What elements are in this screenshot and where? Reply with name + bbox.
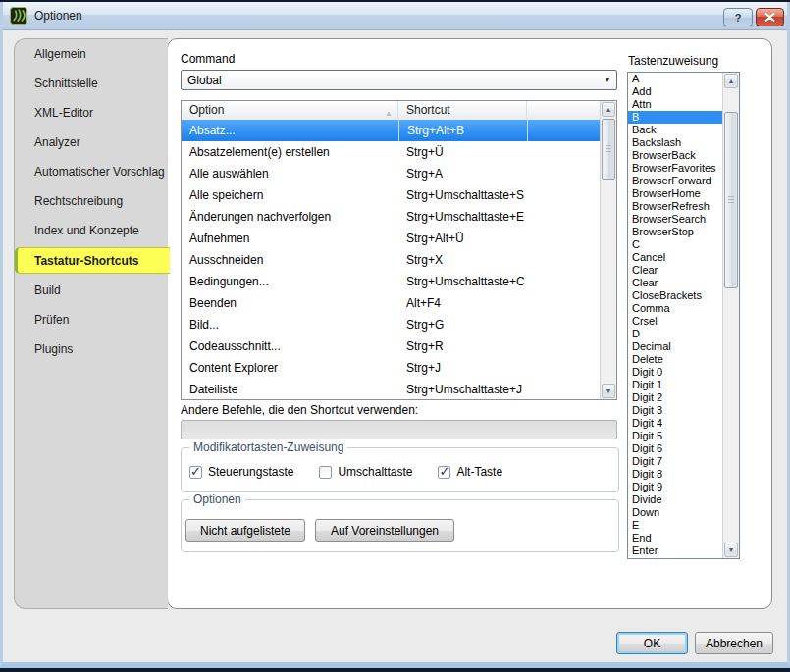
table-row[interactable]: Absatzelement(e) erstellen Strg+Ü xyxy=(182,141,600,163)
sidebar-item[interactable]: XML-Editor xyxy=(15,98,168,128)
command-combobox[interactable]: Global ▼ xyxy=(181,70,617,90)
table-row[interactable]: Aufnehmen Strg+Alt+Ü xyxy=(182,228,600,249)
close-icon xyxy=(764,13,775,22)
list-item[interactable]: Digit 9 xyxy=(628,481,722,493)
list-item[interactable]: CloseBrackets xyxy=(628,289,722,302)
list-item[interactable]: BrowserSearch xyxy=(628,213,722,226)
list-item[interactable]: Enter xyxy=(628,544,722,557)
table-scrollbar-thumb[interactable] xyxy=(602,119,615,180)
list-item[interactable]: Delete xyxy=(628,353,722,366)
list-item[interactable]: Digit 4 xyxy=(628,417,722,430)
column-header-option[interactable]: Option ▲ xyxy=(182,101,398,120)
list-item[interactable]: C xyxy=(628,238,722,251)
key-assignment-listbox: A Add Attn B xyxy=(627,72,740,559)
list-item[interactable]: Attn xyxy=(628,98,722,111)
list-item[interactable]: Comma xyxy=(628,302,722,315)
list-item[interactable]: BrowserFavorites xyxy=(628,162,722,175)
sidebar-item[interactable]: Prüfen xyxy=(15,305,168,335)
list-item[interactable]: Divide xyxy=(628,493,722,506)
sidebar-item[interactable]: Allgemein xyxy=(15,39,168,69)
table-row[interactable]: Ausschneiden Strg+X xyxy=(182,249,600,271)
list-item[interactable]: Digit 2 xyxy=(628,391,722,404)
other-commands-field[interactable] xyxy=(181,420,617,439)
checkbox-label: Steuerungstaste xyxy=(208,465,293,479)
cell-shortcut: Strg+Ü xyxy=(398,141,527,163)
close-button[interactable] xyxy=(756,8,784,26)
list-item[interactable]: Digit 1 xyxy=(628,379,722,391)
list-item[interactable]: Digit 3 xyxy=(628,404,722,417)
list-item[interactable]: Down xyxy=(628,506,722,519)
sidebar-item[interactable]: Build xyxy=(15,276,168,305)
list-item[interactable]: Crsel xyxy=(628,315,722,328)
table-row[interactable]: Absatz... Strg+Alt+B xyxy=(182,120,600,141)
sidebar-item[interactable]: Rechtschreibung xyxy=(15,186,168,216)
list-item[interactable]: E xyxy=(628,519,722,532)
list-item[interactable]: Digit 7 xyxy=(628,455,722,468)
list-item[interactable]: D xyxy=(628,328,722,340)
list-item[interactable]: BrowserForward xyxy=(628,175,722,187)
scroll-up-icon[interactable]: ▲ xyxy=(602,102,615,117)
list-item[interactable]: B xyxy=(628,111,722,124)
keylist-scrollbar[interactable]: ▲ ▼ xyxy=(722,73,739,558)
cell-shortcut: Strg+Umschalttaste+J xyxy=(398,379,527,400)
table-row[interactable]: Bild... Strg+G xyxy=(182,314,600,336)
modifier-checkbox[interactable]: Alt-Taste xyxy=(438,465,502,479)
scroll-down-icon[interactable]: ▼ xyxy=(724,543,738,557)
cell-extra xyxy=(527,163,600,184)
table-row[interactable]: Content Explorer Strg+J xyxy=(182,357,600,379)
list-item[interactable]: A xyxy=(628,73,722,85)
checkbox-icon[interactable] xyxy=(438,466,450,479)
list-item[interactable]: End xyxy=(628,532,722,544)
table-row[interactable]: Dateiliste Strg+Umschalttaste+J xyxy=(182,379,600,400)
list-item[interactable]: Decimal xyxy=(628,340,722,353)
sidebar-item[interactable]: Index und Konzepte xyxy=(15,216,168,245)
ok-button[interactable]: OK xyxy=(616,632,688,654)
list-item-label: Attn xyxy=(632,98,652,110)
list-item-label: Digit 1 xyxy=(632,379,662,390)
checkbox-icon[interactable] xyxy=(319,466,332,479)
scroll-down-icon[interactable]: ▼ xyxy=(602,384,615,398)
list-item[interactable]: Clear xyxy=(628,264,722,277)
list-item[interactable]: Digit 8 xyxy=(628,468,722,481)
table-row[interactable]: Codeausschnitt... Strg+R xyxy=(182,336,600,357)
table-scrollbar[interactable]: ▲ ▼ xyxy=(600,101,616,399)
keylist-scrollbar-thumb[interactable] xyxy=(724,112,738,288)
list-item[interactable]: Cancel xyxy=(628,251,722,264)
list-item[interactable]: BrowserStop xyxy=(628,226,722,238)
reset-defaults-button[interactable]: Auf Voreinstellungen xyxy=(315,519,454,542)
help-button[interactable]: ? xyxy=(723,8,753,26)
table-row[interactable]: Beenden Alt+F4 xyxy=(182,292,600,314)
list-item[interactable]: Clear xyxy=(628,277,722,289)
sidebar-item[interactable]: Automatischer Vorschlag xyxy=(15,157,168,186)
sidebar-item-label: Plugins xyxy=(34,342,73,356)
list-item[interactable]: BrowserHome xyxy=(628,187,722,200)
cancel-button[interactable]: Abbrechen xyxy=(695,632,773,654)
sidebar-item[interactable]: Plugins xyxy=(15,335,168,364)
list-item[interactable]: Backslash xyxy=(628,136,722,149)
sidebar-item[interactable]: Schnittstelle xyxy=(15,69,168,98)
list-item[interactable]: BrowserRefresh xyxy=(628,200,722,213)
column-header-extra[interactable] xyxy=(527,101,600,120)
cell-extra xyxy=(527,292,600,314)
list-item[interactable]: BrowserBack xyxy=(628,149,722,162)
list-item[interactable]: Digit 0 xyxy=(628,366,722,379)
list-item[interactable]: Digit 6 xyxy=(628,442,722,455)
sidebar-item-label: Allgemein xyxy=(34,47,86,61)
modifier-checkbox[interactable]: Steuerungstaste xyxy=(189,465,293,479)
scroll-up-icon[interactable]: ▲ xyxy=(724,74,738,88)
table-row[interactable]: Alle speichern Strg+Umschalttaste+S xyxy=(182,184,600,206)
table-row[interactable]: Alle auswählen Strg+A xyxy=(182,163,600,184)
checkbox-icon[interactable] xyxy=(189,466,202,479)
title-bar: Optionen ? xyxy=(3,2,787,30)
list-item[interactable]: Back xyxy=(628,124,722,136)
table-row[interactable]: Bedingungen... Strg+Umschalttaste+C xyxy=(182,271,600,292)
table-row[interactable]: Änderungen nachverfolgen Strg+Umschaltta… xyxy=(182,206,600,228)
dialog-content: Allgemein Schnittstelle XML-Editor Analy… xyxy=(3,30,787,662)
sidebar-item[interactable]: Tastatur-Shortcuts xyxy=(15,247,170,274)
list-item[interactable]: Digit 5 xyxy=(628,430,722,442)
sidebar-item[interactable]: Analyzer xyxy=(15,128,168,157)
list-item[interactable]: Add xyxy=(628,85,722,98)
unlisted-button[interactable]: Nicht aufgelistete xyxy=(185,519,305,542)
column-header-shortcut[interactable]: Shortcut xyxy=(398,101,527,120)
modifier-checkbox[interactable]: Umschalttaste xyxy=(319,465,412,479)
